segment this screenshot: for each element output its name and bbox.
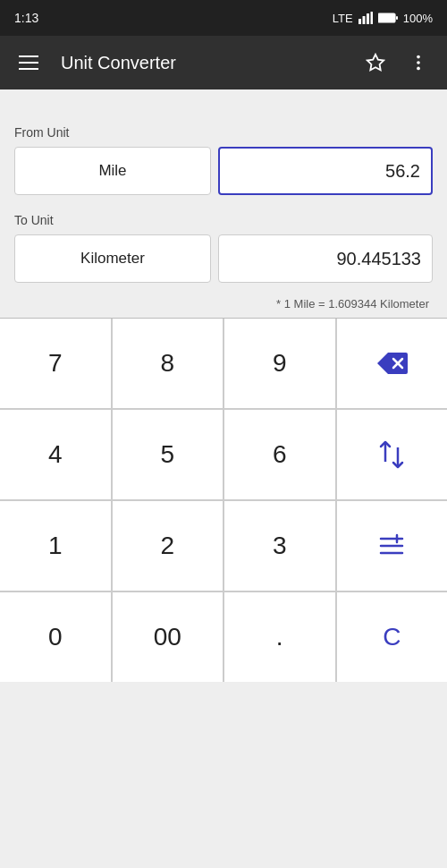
battery-icon <box>378 13 398 23</box>
star-icon <box>366 53 385 72</box>
menu-icon-line <box>19 55 38 57</box>
menu-button[interactable] <box>11 45 46 81</box>
key-dot[interactable]: . <box>224 592 335 682</box>
app-title: Unit Converter <box>46 53 358 73</box>
svg-rect-4 <box>378 13 395 22</box>
key-1[interactable]: 1 <box>0 501 111 591</box>
svg-rect-2 <box>367 13 369 24</box>
from-unit-row: Mile 56.2 <box>14 147 433 195</box>
signal-icon <box>358 12 373 24</box>
key-3[interactable]: 3 <box>224 501 335 591</box>
key-9[interactable]: 9 <box>224 319 335 408</box>
menu-icon-line <box>19 68 38 70</box>
to-unit-row: Kilometer 90.445133 <box>14 234 433 283</box>
key-2[interactable]: 2 <box>113 501 224 591</box>
svg-point-7 <box>417 55 420 59</box>
svg-marker-6 <box>367 55 384 70</box>
to-value-display: 90.445133 <box>218 234 433 283</box>
key-7[interactable]: 7 <box>0 319 111 408</box>
key-backspace[interactable] <box>337 319 448 408</box>
menu-icon-line <box>19 62 38 64</box>
battery-label: 100% <box>403 12 433 25</box>
from-unit-label: From Unit <box>14 125 433 140</box>
app-bar-actions <box>358 45 436 81</box>
status-time: 1:13 <box>14 11 38 25</box>
backspace-icon <box>375 351 408 376</box>
svg-rect-3 <box>370 12 373 24</box>
from-value-input[interactable]: 56.2 <box>218 147 433 195</box>
key-8[interactable]: 8 <box>113 319 224 408</box>
from-unit-button[interactable]: Mile <box>14 147 211 195</box>
svg-rect-1 <box>362 16 365 24</box>
swap-icon <box>379 440 404 469</box>
clear-icon: C <box>383 623 401 651</box>
more-button[interactable] <box>401 45 436 81</box>
status-bar: 1:13 LTE 100% <box>0 0 447 36</box>
conversion-note: * 1 Mile = 1.609344 Kilometer <box>14 297 433 311</box>
svg-point-8 <box>417 61 420 64</box>
svg-rect-5 <box>396 16 398 20</box>
lte-label: LTE <box>333 12 353 25</box>
status-right: LTE 100% <box>333 12 433 25</box>
key-clear[interactable]: C <box>337 592 448 682</box>
svg-rect-0 <box>358 19 361 24</box>
key-5[interactable]: 5 <box>113 410 224 499</box>
ops-icon <box>378 532 405 559</box>
more-vertical-icon <box>409 53 428 72</box>
key-swap[interactable] <box>337 410 448 499</box>
svg-point-9 <box>417 67 420 71</box>
key-4[interactable]: 4 <box>0 410 111 499</box>
star-button[interactable] <box>358 45 393 81</box>
key-00[interactable]: 00 <box>113 592 224 682</box>
keypad: 7 8 9 4 5 6 1 2 3 0 00 . C <box>0 318 447 682</box>
key-6[interactable]: 6 <box>224 410 335 499</box>
key-0[interactable]: 0 <box>0 592 111 682</box>
key-ops[interactable] <box>337 501 448 591</box>
to-unit-label: To Unit <box>14 213 433 227</box>
app-bar: Unit Converter <box>0 36 447 89</box>
to-unit-button[interactable]: Kilometer <box>14 234 211 283</box>
main-content: From Unit Mile 56.2 To Unit Kilometer 90… <box>0 89 447 311</box>
